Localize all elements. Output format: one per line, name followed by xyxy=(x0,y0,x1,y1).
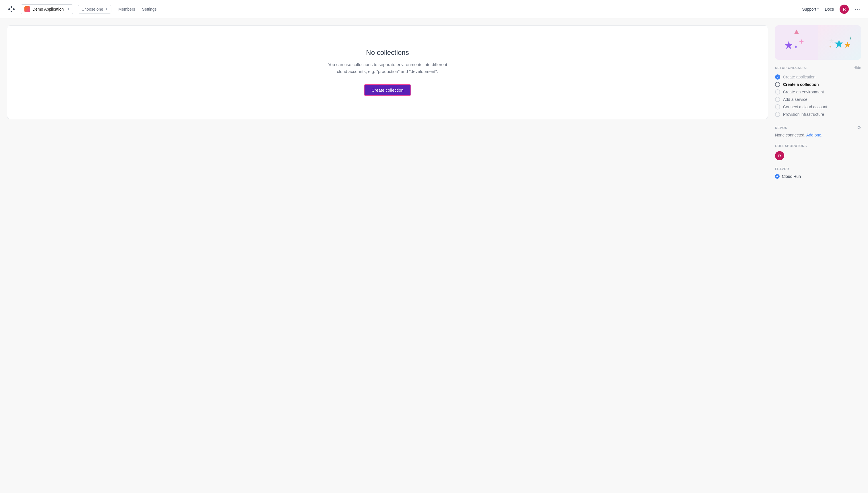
logo-icon[interactable] xyxy=(7,5,16,14)
empty-state-title: No collections xyxy=(366,48,409,57)
empty-state-description: You can use collections to separate envi… xyxy=(324,61,451,75)
main-layout: No collections You can use collections t… xyxy=(0,18,868,192)
app-header: Demo Application ⬍ Choose one ⬍ Members … xyxy=(0,0,868,18)
sidebar: SETUP CHECKLIST Hide Create application … xyxy=(775,25,861,186)
flavor-value: Cloud Run xyxy=(782,174,801,179)
flavor-header: FLAVOR xyxy=(775,167,861,171)
flavor-dot-icon xyxy=(775,174,780,179)
chevron-down-icon: ▾ xyxy=(817,7,819,11)
checklist-item-provision[interactable]: Provision infrastructure xyxy=(775,111,861,118)
repos-header: REPOS ⚙ xyxy=(775,125,861,130)
checklist-item-label: Create a collection xyxy=(783,82,819,87)
create-collection-button[interactable]: Create collection xyxy=(364,84,411,96)
collaborators-header: COLLABORATORS xyxy=(775,144,861,148)
support-button[interactable]: Support ▾ xyxy=(802,7,819,12)
checklist-item-label: Add a service xyxy=(783,97,807,102)
checklist-item-label: Create an environment xyxy=(783,90,824,94)
more-options-button[interactable]: ··· xyxy=(854,6,861,12)
svg-point-0 xyxy=(10,6,12,8)
checklist-item-create-collection[interactable]: Create a collection xyxy=(775,81,861,88)
checklist-item-create-app: Create application xyxy=(775,73,861,81)
svg-point-1 xyxy=(10,10,12,12)
flavor-section: FLAVOR Cloud Run xyxy=(775,167,861,179)
check-pending-icon xyxy=(775,89,780,94)
svg-point-3 xyxy=(13,8,15,10)
chevron-down-icon: ⬍ xyxy=(67,7,69,10)
collaborators-section: COLLABORATORS R xyxy=(775,144,861,160)
gear-icon[interactable]: ⚙ xyxy=(857,125,861,130)
collaborators-label: COLLABORATORS xyxy=(775,144,807,148)
repos-label: REPOS xyxy=(775,126,787,130)
checklist-item-label: Provision infrastructure xyxy=(783,112,824,116)
checklist-item-label: Create application xyxy=(783,75,816,79)
check-pending-icon xyxy=(775,97,780,102)
support-label: Support xyxy=(802,7,816,12)
check-pending-icon xyxy=(775,82,780,87)
checklist-item-label: Connect a cloud account xyxy=(783,105,827,109)
add-repo-link[interactable]: Add one. xyxy=(806,133,822,137)
checklist-item-connect-cloud[interactable]: Connect a cloud account xyxy=(775,103,861,111)
app-icon xyxy=(24,6,30,12)
hide-button[interactable]: Hide xyxy=(853,65,861,70)
check-done-icon xyxy=(775,74,780,80)
nav-members[interactable]: Members xyxy=(118,7,135,12)
content-panel: No collections You can use collections t… xyxy=(7,25,768,119)
checklist-item-create-env[interactable]: Create an environment xyxy=(775,88,861,96)
checklist-item-add-service[interactable]: Add a service xyxy=(775,96,861,103)
env-selector-button[interactable]: Choose one ⬍ xyxy=(78,5,112,14)
app-selector-button[interactable]: Demo Application ⬍ xyxy=(21,4,73,14)
header-right: Support ▾ Docs R ··· xyxy=(802,5,861,14)
svg-point-2 xyxy=(8,8,10,10)
sidebar-banner xyxy=(775,25,861,60)
banner-left xyxy=(775,25,818,60)
user-avatar[interactable]: R xyxy=(840,5,849,14)
check-pending-icon xyxy=(775,112,780,117)
app-name-label: Demo Application xyxy=(32,7,64,12)
repos-section: REPOS ⚙ None connected. Add one. xyxy=(775,125,861,137)
checklist-header: SETUP CHECKLIST Hide xyxy=(775,65,861,70)
flavor-item: Cloud Run xyxy=(775,174,861,179)
checklist-label: SETUP CHECKLIST xyxy=(775,66,808,69)
nav-settings[interactable]: Settings xyxy=(142,7,157,12)
flavor-label: FLAVOR xyxy=(775,167,789,171)
collaborator-avatar: R xyxy=(775,151,784,160)
svg-marker-4 xyxy=(794,29,799,34)
setup-checklist-section: SETUP CHECKLIST Hide Create application … xyxy=(775,65,861,118)
check-pending-icon xyxy=(775,104,780,109)
banner-right xyxy=(818,25,861,60)
main-nav: Members Settings xyxy=(118,7,156,12)
repos-empty-text: None connected. Add one. xyxy=(775,133,861,137)
docs-link[interactable]: Docs xyxy=(825,7,834,12)
chevron-down-icon: ⬍ xyxy=(105,7,108,10)
env-placeholder-label: Choose one xyxy=(82,7,103,12)
